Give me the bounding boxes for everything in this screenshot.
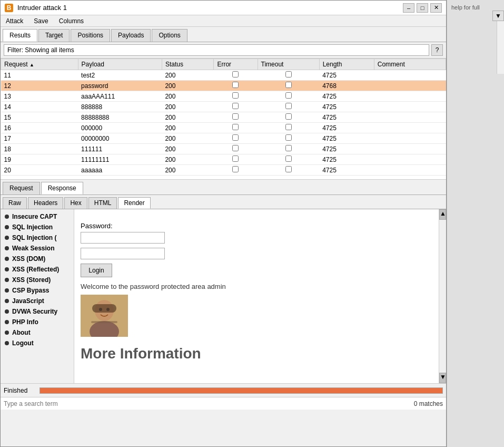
table-row[interactable]: 12 password 200 4768 — [1, 81, 446, 91]
sidebar-nav-item[interactable]: XSS (Reflected) — [1, 264, 74, 275]
cell-error[interactable] — [214, 133, 258, 144]
password-label: Password: — [81, 222, 432, 230]
table-row[interactable]: 19 11111111 200 4725 — [1, 154, 446, 165]
col-comment[interactable]: Comment — [374, 59, 446, 70]
cell-error[interactable] — [214, 112, 258, 123]
subtab-raw[interactable]: Raw — [3, 197, 27, 209]
table-row[interactable]: 11 test2 200 4725 — [1, 70, 446, 81]
cell-error[interactable] — [214, 91, 258, 102]
right-scrollbar[interactable] — [497, 21, 504, 74]
cell-timeout[interactable] — [258, 70, 319, 81]
sidebar-nav-item[interactable]: DVWA Security — [1, 306, 74, 317]
results-table: Request ▲ Payload Status Error Timeout L… — [1, 59, 446, 176]
cell-error[interactable] — [214, 165, 258, 176]
tab-target[interactable]: Target — [38, 29, 70, 42]
cell-error[interactable] — [214, 123, 258, 133]
table-row[interactable]: 20 aaaaaa 200 4725 — [1, 165, 446, 176]
sidebar-nav-item[interactable]: PHP Info — [1, 317, 74, 327]
col-status[interactable]: Status — [162, 59, 214, 70]
col-timeout[interactable]: Timeout — [258, 59, 319, 70]
status-text: Finished — [4, 387, 35, 394]
cell-payload: 888888 — [78, 102, 162, 112]
minimize-button[interactable]: – — [403, 3, 414, 13]
tab-positions[interactable]: Positions — [71, 29, 110, 42]
menu-save[interactable]: Save — [31, 16, 51, 26]
cell-length: 4725 — [319, 91, 374, 102]
cell-error[interactable] — [214, 102, 258, 112]
cell-timeout[interactable] — [258, 123, 319, 133]
username-input[interactable] — [81, 232, 165, 244]
scroll-up-arrow[interactable]: ▲ — [439, 209, 446, 220]
sidebar-nav-item[interactable]: Weak Session — [1, 243, 74, 254]
table-row[interactable]: 13 aaaAAA111 200 4725 — [1, 91, 446, 102]
table-row[interactable]: 15 88888888 200 4725 — [1, 112, 446, 123]
col-payload[interactable]: Payload — [78, 59, 162, 70]
menu-columns[interactable]: Columns — [56, 16, 87, 26]
cell-error[interactable] — [214, 144, 258, 154]
cell-status: 200 — [162, 165, 214, 176]
cell-timeout[interactable] — [258, 165, 319, 176]
content-scrollbar[interactable]: ▲ ▼ — [439, 209, 446, 383]
subtab-hex[interactable]: Hex — [64, 197, 87, 209]
password-input[interactable] — [81, 248, 165, 259]
sidebar-nav-item[interactable]: XSS (Stored) — [1, 275, 74, 285]
cell-timeout[interactable] — [258, 133, 319, 144]
cell-length: 4768 — [319, 81, 374, 91]
filter-bar: ? — [1, 42, 446, 59]
help-button[interactable]: ? — [431, 44, 443, 56]
subtab-html[interactable]: HTML — [88, 197, 117, 209]
tab-response[interactable]: Response — [41, 182, 83, 195]
subtab-render[interactable]: Render — [118, 197, 150, 209]
nav-label: SQL Injection — [12, 224, 53, 231]
cell-request: 17 — [1, 133, 78, 144]
tab-results[interactable]: Results — [3, 29, 37, 42]
close-button[interactable]: ✕ — [430, 3, 442, 13]
cell-timeout[interactable] — [258, 154, 319, 165]
tab-request[interactable]: Request — [3, 182, 40, 195]
cell-timeout[interactable] — [258, 102, 319, 112]
table-row[interactable]: 18 111111 200 4725 — [1, 144, 446, 154]
search-input[interactable] — [4, 400, 410, 407]
cell-error[interactable] — [214, 154, 258, 165]
cell-timeout[interactable] — [258, 144, 319, 154]
sidebar-nav-item[interactable]: SQL Injection ( — [1, 232, 74, 243]
nav-label: JavaScript — [12, 297, 44, 305]
cell-error[interactable] — [214, 70, 258, 81]
cell-comment — [374, 112, 446, 123]
dropdown-arrow[interactable]: ▼ — [492, 11, 504, 21]
main-window: B Intruder attack 1 – □ ✕ Attack Save Co… — [0, 0, 447, 447]
cell-request: 12 — [1, 81, 78, 91]
col-error[interactable]: Error — [214, 59, 258, 70]
menu-attack[interactable]: Attack — [3, 16, 26, 26]
cell-request: 11 — [1, 70, 78, 81]
sidebar-nav-item[interactable]: XSS (DOM) — [1, 254, 74, 264]
table-row[interactable]: 17 00000000 200 4725 — [1, 133, 446, 144]
scroll-down-arrow[interactable]: ▼ — [439, 373, 446, 383]
sidebar-nav-item[interactable]: Insecure CAPT — [1, 211, 74, 222]
login-button[interactable]: Login — [81, 264, 112, 277]
subtab-headers[interactable]: Headers — [28, 197, 63, 209]
sidebar-nav-item[interactable]: SQL Injection — [1, 222, 74, 232]
status-bar: Finished — [1, 383, 446, 397]
tab-options[interactable]: Options — [152, 29, 187, 42]
cell-payload: test2 — [78, 70, 162, 81]
cell-timeout[interactable] — [258, 81, 319, 91]
tab-payloads[interactable]: Payloads — [111, 29, 151, 42]
cell-error[interactable] — [214, 81, 258, 91]
cell-status: 200 — [162, 102, 214, 112]
sidebar-nav-item[interactable]: CSP Bypass — [1, 285, 74, 296]
table-row[interactable]: 14 888888 200 4725 — [1, 102, 446, 112]
col-request[interactable]: Request ▲ — [1, 59, 78, 70]
maximize-button[interactable]: □ — [417, 3, 428, 13]
col-length[interactable]: Length — [319, 59, 374, 70]
table-row[interactable]: 16 000000 200 4725 — [1, 123, 446, 133]
bullet-icon — [5, 246, 9, 250]
bullet-icon — [5, 278, 9, 282]
sidebar-nav-item[interactable]: About — [1, 327, 74, 338]
sidebar-nav-item[interactable]: JavaScript — [1, 296, 74, 306]
cell-payload: 88888888 — [78, 112, 162, 123]
cell-timeout[interactable] — [258, 112, 319, 123]
sidebar-nav-item[interactable]: Logout — [1, 338, 74, 348]
filter-input[interactable] — [4, 44, 429, 56]
cell-timeout[interactable] — [258, 91, 319, 102]
